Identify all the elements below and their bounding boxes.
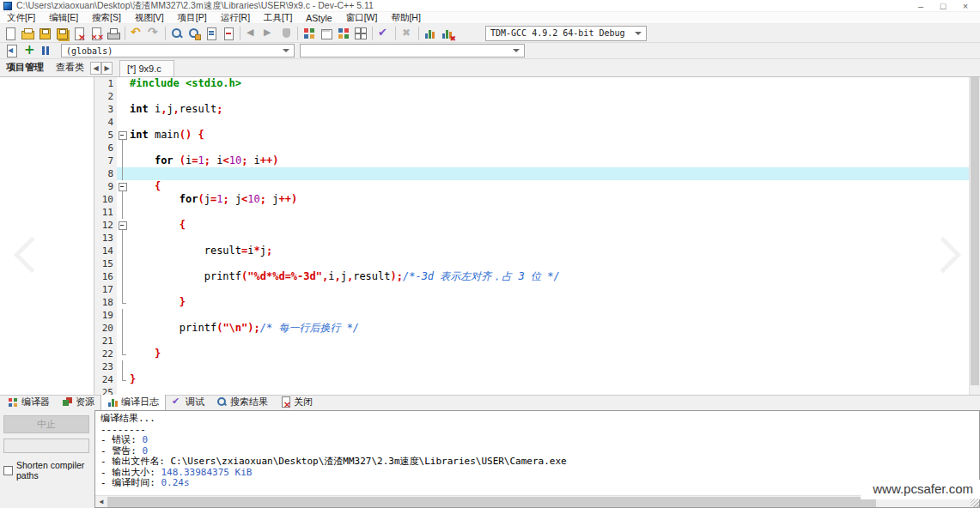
code-line-15[interactable]: 15 — [94, 257, 969, 270]
menu-item-8[interactable]: 窗口[W] — [339, 12, 385, 24]
code-line-25[interactable]: 25 — [94, 386, 969, 395]
code-line-9[interactable]: 9 { — [94, 180, 969, 193]
menu-item-0[interactable]: 文件[F] — [0, 12, 42, 24]
menu-item-2[interactable]: 搜索[S] — [85, 12, 128, 24]
add-button[interactable] — [20, 42, 37, 59]
code-line-24[interactable]: 24} — [94, 373, 969, 386]
window-title: C:\Users\zxiaoxuan\Desktop\渣渣MM327\2.3m速… — [16, 0, 910, 12]
fold-marker[interactable] — [117, 129, 128, 142]
editor-tab-9x9c[interactable]: [*] 9x9.c — [119, 60, 174, 76]
shorten-paths-checkbox[interactable] — [3, 466, 13, 475]
bottom-tab-log[interactable]: 编译日志 — [100, 394, 166, 410]
code-line-13[interactable]: 13 — [94, 232, 969, 245]
menu-item-3[interactable]: 视图[V] — [128, 12, 171, 24]
save-button[interactable] — [36, 25, 53, 42]
tab-project-manager[interactable]: 项目管理 — [0, 58, 50, 76]
abort-button[interactable] — [399, 25, 416, 42]
forward-button[interactable] — [260, 25, 277, 42]
compile-icon — [302, 27, 316, 40]
code-line-1[interactable]: 1#include <stdio.h> — [94, 77, 969, 90]
rebuild-icon — [354, 27, 368, 40]
bottom-tab-close[interactable]: 关闭 — [274, 395, 319, 410]
fold-marker[interactable] — [117, 180, 128, 193]
line-number: 18 — [94, 296, 117, 309]
tab-class-browser[interactable]: 查看类 — [50, 58, 90, 76]
back-button[interactable] — [243, 25, 260, 42]
goto-line-button[interactable] — [220, 25, 237, 42]
minimize-button[interactable]: – — [910, 1, 932, 11]
open-button[interactable] — [19, 25, 36, 42]
code-line-23[interactable]: 23 — [94, 360, 969, 373]
save-all-button[interactable] — [53, 25, 70, 42]
code-line-16[interactable]: 16 printf("%d*%d=%-3d",i,j,result);/*-3d… — [94, 270, 969, 283]
tab-scroll-right-button[interactable]: ▶ — [101, 62, 113, 75]
close-all-button[interactable] — [88, 25, 105, 42]
code-text — [128, 335, 969, 348]
compiler-combo[interactable]: TDM-GCC 4.9.2 64-bit Debug — [485, 26, 647, 41]
rebuild-button[interactable] — [352, 25, 369, 42]
scroll-left-arrow[interactable]: ◀ — [95, 496, 107, 508]
menu-item-4[interactable]: 项目[P] — [171, 12, 214, 24]
close-icon — [72, 27, 86, 40]
menu-item-7[interactable]: AStyle — [299, 13, 338, 23]
code-line-11[interactable]: 11 — [94, 206, 969, 219]
replace-button[interactable] — [186, 25, 203, 42]
pause-button[interactable] — [37, 42, 54, 59]
globals-combo[interactable]: (globals) — [61, 44, 295, 57]
bottom-tab-compiler[interactable]: 编译器 — [2, 395, 56, 410]
code-line-2[interactable]: 2 — [94, 90, 969, 103]
close-button[interactable] — [70, 25, 88, 42]
scrollbar-thumb[interactable] — [107, 497, 876, 507]
menu-item-9[interactable]: 帮助[H] — [384, 12, 427, 24]
menu-item-5[interactable]: 运行[R] — [214, 12, 257, 24]
shorten-paths-option[interactable]: Shorten compiler paths — [3, 460, 91, 481]
find-in-files-button[interactable] — [203, 25, 220, 42]
menu-item-6[interactable]: 工具[T] — [257, 12, 299, 24]
code-line-17[interactable]: 17 — [94, 283, 969, 296]
redo-button[interactable] — [145, 25, 162, 42]
find-button[interactable] — [168, 25, 186, 42]
bottom-tab-resources[interactable]: 资源 — [56, 395, 100, 410]
code-line-14[interactable]: 14 result=i*j; — [94, 245, 969, 257]
code-text: { — [128, 180, 969, 193]
syntax-check-button[interactable] — [375, 25, 393, 42]
compile-run-button[interactable] — [335, 25, 352, 42]
log-horizontal-scrollbar[interactable]: ◀ — [95, 495, 979, 507]
print-button[interactable] — [105, 25, 122, 42]
tab-scroll-left-button[interactable]: ◀ — [90, 62, 101, 75]
compile-button[interactable] — [301, 25, 318, 42]
profile-button[interactable] — [422, 25, 439, 42]
undo-button[interactable] — [128, 25, 145, 42]
code-line-3[interactable]: 3int i,j,result; — [94, 103, 969, 116]
bottom-tab-search[interactable]: 搜索结果 — [210, 395, 274, 410]
code-editor[interactable]: 1#include <stdio.h>23int i,j,result;45in… — [94, 77, 969, 395]
bottom-tab-debug[interactable]: 调试 — [166, 395, 210, 410]
members-combo[interactable] — [300, 44, 525, 57]
run-button[interactable] — [318, 25, 335, 42]
code-line-4[interactable]: 4 — [94, 116, 969, 129]
scrollbar-thumb[interactable] — [971, 77, 979, 385]
code-line-5[interactable]: 5int main() { — [94, 129, 969, 142]
code-line-19[interactable]: 19 — [94, 309, 969, 322]
code-line-6[interactable]: 6 — [94, 142, 969, 154]
code-line-21[interactable]: 21 — [94, 335, 969, 348]
editor-vertical-scrollbar[interactable] — [969, 77, 980, 395]
code-line-8[interactable]: 8 — [94, 167, 969, 180]
close-button[interactable]: × — [954, 1, 977, 11]
abort-button[interactable]: 中止 — [3, 415, 89, 433]
code-line-12[interactable]: 12 { — [94, 219, 969, 232]
code-line-10[interactable]: 10 for(j=1; j<10; j++) — [94, 193, 969, 206]
code-line-22[interactable]: 22 } — [94, 348, 969, 360]
maximize-button[interactable]: □ — [932, 1, 954, 11]
delete-profile-button[interactable] — [439, 25, 456, 42]
code-line-20[interactable]: 20 printf("\n");/* 每一行后换行 */ — [94, 322, 969, 335]
shield-icon — [279, 27, 293, 40]
menu-item-1[interactable]: 编辑[E] — [42, 12, 85, 24]
shield-button[interactable] — [277, 25, 295, 42]
fold-marker[interactable] — [117, 219, 128, 232]
new-file-button[interactable] — [2, 25, 19, 42]
resize-grip[interactable] — [971, 499, 979, 507]
page-back-button[interactable] — [3, 42, 20, 59]
code-line-7[interactable]: 7 for (i=1; i<10; i++) — [94, 154, 969, 167]
code-line-18[interactable]: 18 } — [94, 296, 969, 309]
